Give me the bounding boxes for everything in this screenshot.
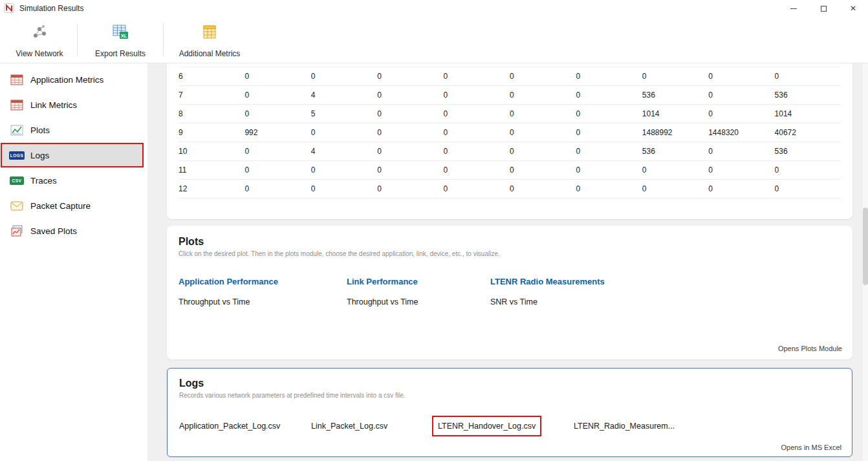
- table-cell: 0: [576, 166, 642, 175]
- table-row: 8 0 5 0 0 0 0 1014 0 1014: [179, 105, 841, 123]
- sidebar-item-label: Traces: [30, 176, 57, 186]
- table-cell: 0: [576, 184, 642, 193]
- table-cell: 0: [510, 184, 576, 193]
- table-cell: 0: [444, 128, 510, 137]
- table-cell: 0: [708, 72, 774, 81]
- table-cell: 0: [377, 72, 443, 81]
- plot-category-heading: Application Performance: [179, 277, 347, 286]
- sidebar-item-packet-capture[interactable]: Packet Capture: [1, 194, 143, 217]
- sidebar-item-plots[interactable]: Plots: [1, 118, 143, 142]
- table-cell: 40672: [775, 128, 841, 137]
- table-cell: 536: [642, 91, 708, 100]
- export-results-button[interactable]: XL Export Results: [81, 17, 160, 63]
- table-cell: 0: [444, 166, 510, 175]
- table-cell: 0: [244, 109, 310, 118]
- vertical-scrollbar[interactable]: [862, 63, 868, 461]
- table-cell: 536: [775, 91, 841, 100]
- log-file-slot: Link_Packet_Log.csv: [311, 420, 438, 431]
- log-file-slot: LTENR_Handover_Log.csv: [438, 420, 574, 431]
- excel-export-icon: XL: [111, 24, 130, 43]
- table-cell: 10: [179, 147, 244, 156]
- plot-link-throughput-vs-time[interactable]: Throughput vs Time: [347, 297, 490, 306]
- table-cell: 536: [642, 147, 708, 156]
- log-files-row: Application_Packet_Log.csv Link_Packet_L…: [179, 420, 840, 431]
- sidebar-item-label: Application Metrics: [30, 75, 103, 85]
- toolbar: View Network XL Export Results: [0, 17, 868, 63]
- metrics-table-icon: [201, 24, 218, 43]
- table-cell: 0: [576, 128, 642, 137]
- table-cell: 0: [377, 109, 443, 118]
- log-file-ltenr-handover-log[interactable]: LTENR_Handover_Log.csv: [438, 422, 536, 431]
- plots-card-description: Click on the desired plot. Then in the p…: [179, 250, 841, 257]
- maximize-icon: [821, 6, 827, 12]
- window-controls: ✕: [779, 0, 868, 17]
- toolbar-separator: [77, 23, 78, 56]
- log-file-ltenr-radio-measurements[interactable]: LTENR_Radio_Measurem...: [574, 422, 675, 431]
- envelope-icon: [9, 201, 25, 211]
- sidebar-item-application-metrics[interactable]: Application Metrics: [1, 68, 143, 91]
- title-bar: Simulation Results ✕: [0, 0, 868, 17]
- link-metrics-icon: [9, 100, 25, 111]
- view-network-button[interactable]: View Network: [5, 17, 74, 63]
- sidebar-item-logs[interactable]: LOGS Logs: [1, 144, 143, 167]
- scrollbar-thumb[interactable]: [863, 208, 868, 285]
- minimize-button[interactable]: [779, 0, 808, 17]
- table-cell: 0: [377, 166, 443, 175]
- plots-icon: [9, 125, 25, 136]
- close-button[interactable]: ✕: [838, 0, 868, 17]
- table-cell: 4: [311, 147, 377, 156]
- table-cell: 0: [510, 72, 576, 81]
- table-cell: 0: [244, 184, 310, 193]
- window-title: Simulation Results: [19, 4, 83, 13]
- plots-card: Plots Click on the desired plot. Then in…: [167, 226, 852, 359]
- sidebar: Application Metrics Link Metrics: [0, 63, 147, 461]
- table-cell: 12: [179, 184, 244, 193]
- table-cell: 0: [377, 184, 443, 193]
- log-file-application-packet-log[interactable]: Application_Packet_Log.csv: [179, 422, 280, 431]
- table-cell: 0: [444, 72, 510, 81]
- metrics-table-body: 6 0 0 0 0 0 0 0 0 0 7: [179, 67, 841, 198]
- sidebar-item-link-metrics[interactable]: Link Metrics: [1, 93, 143, 116]
- logs-card-footer: Opens in MS Excel: [781, 444, 841, 451]
- sidebar-item-label: Packet Capture: [30, 201, 91, 211]
- sidebar-item-traces[interactable]: CSV Traces: [1, 169, 143, 192]
- table-cell: 0: [775, 184, 841, 193]
- sidebar-item-label: Logs: [30, 151, 49, 160]
- table-cell: 1488992: [642, 128, 708, 137]
- table-cell: 0: [510, 91, 576, 100]
- sidebar-item-saved-plots[interactable]: Saved Plots: [1, 219, 143, 242]
- table-cell: 0: [444, 109, 510, 118]
- log-file-slot: LTENR_Radio_Measurem...: [574, 420, 840, 431]
- table-cell: 0: [642, 72, 708, 81]
- sidebar-item-label: Saved Plots: [30, 226, 77, 236]
- table-row: 10 0 4 0 0 0 0 536 0 536: [179, 142, 841, 161]
- log-file-slot: Application_Packet_Log.csv: [179, 420, 311, 431]
- table-cell: 536: [775, 147, 841, 156]
- plot-link-snr-vs-time[interactable]: SNR vs Time: [490, 297, 841, 306]
- logs-card: Logs Records various network parameters …: [167, 368, 852, 457]
- sidebar-item-label: Link Metrics: [30, 100, 77, 110]
- table-cell: 0: [775, 72, 841, 81]
- additional-metrics-button[interactable]: Additional Metrics: [167, 17, 252, 63]
- logs-icon: LOGS: [9, 151, 25, 160]
- application-metrics-icon: [9, 74, 25, 85]
- table-cell: 0: [642, 166, 708, 175]
- table-cell: 5: [311, 109, 377, 118]
- table-cell: 0: [576, 72, 642, 81]
- table-cell: 0: [708, 91, 774, 100]
- log-file-link-packet-log[interactable]: Link_Packet_Log.csv: [311, 422, 387, 431]
- metrics-table-card: 6 0 0 0 0 0 0 0 0 0 7: [167, 63, 852, 219]
- plot-group-ltenr-radio-measurements: LTENR Radio Measurements SNR vs Time: [490, 277, 841, 306]
- table-cell: 0: [244, 166, 310, 175]
- saved-plots-icon: [9, 225, 25, 237]
- table-cell: 1014: [775, 109, 841, 118]
- maximize-button[interactable]: [808, 0, 838, 17]
- plot-link-throughput-vs-time[interactable]: Throughput vs Time: [179, 297, 347, 306]
- app-icon: [4, 3, 16, 14]
- table-cell: 0: [444, 91, 510, 100]
- table-cell: 7: [179, 91, 244, 100]
- table-cell: 992: [244, 128, 310, 137]
- table-cell: 0: [510, 166, 576, 175]
- table-cell: 0: [576, 91, 642, 100]
- csv-icon: CSV: [9, 177, 25, 185]
